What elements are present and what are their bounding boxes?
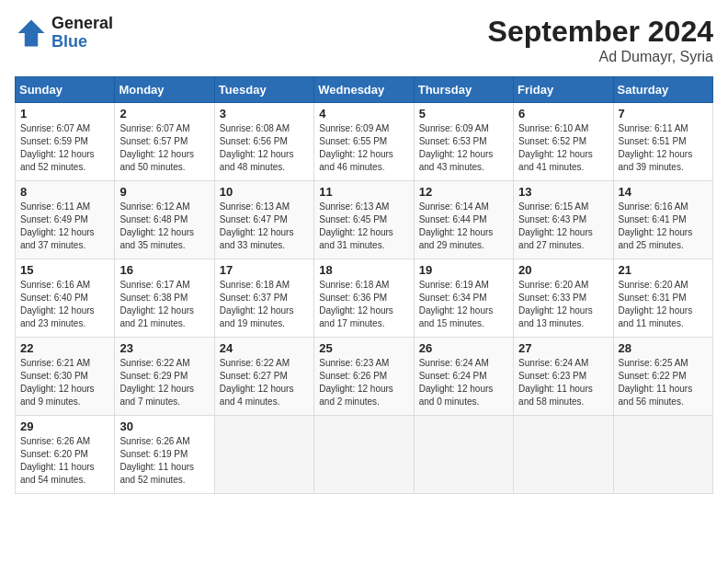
day-number: 29 xyxy=(20,419,109,433)
calendar-header-wednesday: Wednesday xyxy=(314,77,414,103)
calendar-day-cell: 20 Sunrise: 6:20 AM Sunset: 6:33 PM Dayl… xyxy=(514,259,613,338)
day-info: Sunrise: 6:26 AM Sunset: 6:20 PM Dayligh… xyxy=(20,435,109,487)
day-info: Sunrise: 6:19 AM Sunset: 6:34 PM Dayligh… xyxy=(419,279,508,330)
day-number: 30 xyxy=(119,419,209,433)
day-info: Sunrise: 6:10 AM Sunset: 6:52 PM Dayligh… xyxy=(518,122,608,174)
day-info: Sunrise: 6:18 AM Sunset: 6:37 PM Dayligh… xyxy=(220,279,309,330)
calendar-day-cell: 21 Sunrise: 6:20 AM Sunset: 6:31 PM Dayl… xyxy=(613,259,712,338)
calendar-day-cell: 30 Sunrise: 6:26 AM Sunset: 6:19 PM Dayl… xyxy=(115,416,214,494)
logo-icon xyxy=(15,17,48,50)
day-info: Sunrise: 6:08 AM Sunset: 6:56 PM Dayligh… xyxy=(220,122,309,174)
day-number: 4 xyxy=(319,107,408,121)
calendar-header-thursday: Thursday xyxy=(414,77,513,103)
month-title: September 2024 xyxy=(488,15,713,49)
calendar-week-2: 8 Sunrise: 6:11 AM Sunset: 6:49 PM Dayli… xyxy=(16,181,713,259)
day-info: Sunrise: 6:14 AM Sunset: 6:44 PM Dayligh… xyxy=(419,201,508,252)
calendar-header-sunday: Sunday xyxy=(16,77,115,103)
logo: General Blue xyxy=(15,15,113,52)
calendar-day-cell: 12 Sunrise: 6:14 AM Sunset: 6:44 PM Dayl… xyxy=(414,181,513,259)
day-number: 27 xyxy=(518,341,608,355)
day-number: 12 xyxy=(419,185,508,199)
day-number: 10 xyxy=(220,185,309,199)
day-number: 21 xyxy=(619,263,708,277)
day-info: Sunrise: 6:24 AM Sunset: 6:24 PM Dayligh… xyxy=(419,357,508,408)
calendar-day-cell: 26 Sunrise: 6:24 AM Sunset: 6:24 PM Dayl… xyxy=(414,338,513,416)
day-number: 3 xyxy=(220,107,309,121)
calendar-day-cell: 7 Sunrise: 6:11 AM Sunset: 6:51 PM Dayli… xyxy=(613,103,712,181)
calendar-week-5: 29 Sunrise: 6:26 AM Sunset: 6:20 PM Dayl… xyxy=(16,416,713,494)
calendar-day-cell: 14 Sunrise: 6:16 AM Sunset: 6:41 PM Dayl… xyxy=(613,181,712,259)
day-number: 20 xyxy=(518,263,608,277)
logo-general: General xyxy=(51,15,113,33)
calendar-day-cell: 8 Sunrise: 6:11 AM Sunset: 6:49 PM Dayli… xyxy=(16,181,115,259)
day-info: Sunrise: 6:07 AM Sunset: 6:59 PM Dayligh… xyxy=(20,122,109,174)
calendar-header-friday: Friday xyxy=(514,77,613,103)
day-info: Sunrise: 6:11 AM Sunset: 6:49 PM Dayligh… xyxy=(20,201,109,252)
calendar-header-monday: Monday xyxy=(115,77,214,103)
calendar-day-cell: 28 Sunrise: 6:25 AM Sunset: 6:22 PM Dayl… xyxy=(613,338,712,416)
day-number: 2 xyxy=(119,107,209,121)
calendar-day-cell xyxy=(514,416,613,494)
calendar-day-cell: 18 Sunrise: 6:18 AM Sunset: 6:36 PM Dayl… xyxy=(314,259,414,338)
calendar-day-cell: 24 Sunrise: 6:22 AM Sunset: 6:27 PM Dayl… xyxy=(214,338,313,416)
calendar-day-cell xyxy=(314,416,414,494)
day-number: 11 xyxy=(319,185,408,199)
day-number: 17 xyxy=(220,263,309,277)
day-number: 24 xyxy=(220,341,309,355)
day-number: 16 xyxy=(119,263,209,277)
page-header: General Blue September 2024 Ad Dumayr, S… xyxy=(15,15,713,65)
calendar-day-cell: 23 Sunrise: 6:22 AM Sunset: 6:29 PM Dayl… xyxy=(115,338,214,416)
calendar-day-cell: 27 Sunrise: 6:24 AM Sunset: 6:23 PM Dayl… xyxy=(514,338,613,416)
day-info: Sunrise: 6:15 AM Sunset: 6:43 PM Dayligh… xyxy=(518,201,608,252)
day-number: 8 xyxy=(20,185,109,199)
calendar-day-cell: 5 Sunrise: 6:09 AM Sunset: 6:53 PM Dayli… xyxy=(414,103,513,181)
day-number: 22 xyxy=(20,341,109,355)
day-number: 13 xyxy=(518,185,608,199)
calendar-day-cell xyxy=(613,416,712,494)
calendar-day-cell: 1 Sunrise: 6:07 AM Sunset: 6:59 PM Dayli… xyxy=(16,103,115,181)
day-number: 23 xyxy=(119,341,209,355)
calendar-day-cell: 2 Sunrise: 6:07 AM Sunset: 6:57 PM Dayli… xyxy=(115,103,214,181)
calendar-day-cell xyxy=(414,416,513,494)
day-info: Sunrise: 6:18 AM Sunset: 6:36 PM Dayligh… xyxy=(319,279,408,330)
calendar-header-row: SundayMondayTuesdayWednesdayThursdayFrid… xyxy=(16,77,713,103)
day-info: Sunrise: 6:11 AM Sunset: 6:51 PM Dayligh… xyxy=(619,122,708,174)
day-number: 26 xyxy=(419,341,508,355)
day-info: Sunrise: 6:20 AM Sunset: 6:33 PM Dayligh… xyxy=(518,279,608,330)
calendar-day-cell: 6 Sunrise: 6:10 AM Sunset: 6:52 PM Dayli… xyxy=(514,103,613,181)
day-info: Sunrise: 6:13 AM Sunset: 6:45 PM Dayligh… xyxy=(319,201,408,252)
day-number: 1 xyxy=(20,107,109,121)
day-number: 5 xyxy=(419,107,508,121)
calendar-week-3: 15 Sunrise: 6:16 AM Sunset: 6:40 PM Dayl… xyxy=(16,259,713,338)
calendar-day-cell: 11 Sunrise: 6:13 AM Sunset: 6:45 PM Dayl… xyxy=(314,181,414,259)
location-title: Ad Dumayr, Syria xyxy=(488,49,713,65)
day-number: 19 xyxy=(419,263,508,277)
day-number: 28 xyxy=(619,341,708,355)
calendar-day-cell: 13 Sunrise: 6:15 AM Sunset: 6:43 PM Dayl… xyxy=(514,181,613,259)
calendar-day-cell xyxy=(214,416,313,494)
day-number: 25 xyxy=(319,341,408,355)
day-info: Sunrise: 6:09 AM Sunset: 6:55 PM Dayligh… xyxy=(319,122,408,174)
calendar-day-cell: 29 Sunrise: 6:26 AM Sunset: 6:20 PM Dayl… xyxy=(16,416,115,494)
day-info: Sunrise: 6:12 AM Sunset: 6:48 PM Dayligh… xyxy=(119,201,209,252)
calendar-body: 1 Sunrise: 6:07 AM Sunset: 6:59 PM Dayli… xyxy=(16,103,713,494)
calendar-day-cell: 19 Sunrise: 6:19 AM Sunset: 6:34 PM Dayl… xyxy=(414,259,513,338)
calendar-day-cell: 16 Sunrise: 6:17 AM Sunset: 6:38 PM Dayl… xyxy=(115,259,214,338)
day-info: Sunrise: 6:25 AM Sunset: 6:22 PM Dayligh… xyxy=(619,357,708,408)
calendar-day-cell: 4 Sunrise: 6:09 AM Sunset: 6:55 PM Dayli… xyxy=(314,103,414,181)
day-info: Sunrise: 6:07 AM Sunset: 6:57 PM Dayligh… xyxy=(119,122,209,174)
day-info: Sunrise: 6:09 AM Sunset: 6:53 PM Dayligh… xyxy=(419,122,508,174)
day-info: Sunrise: 6:16 AM Sunset: 6:40 PM Dayligh… xyxy=(20,279,109,330)
calendar-week-1: 1 Sunrise: 6:07 AM Sunset: 6:59 PM Dayli… xyxy=(16,103,713,181)
calendar-day-cell: 17 Sunrise: 6:18 AM Sunset: 6:37 PM Dayl… xyxy=(214,259,313,338)
calendar-day-cell: 10 Sunrise: 6:13 AM Sunset: 6:47 PM Dayl… xyxy=(214,181,313,259)
day-info: Sunrise: 6:26 AM Sunset: 6:19 PM Dayligh… xyxy=(119,435,209,487)
day-number: 18 xyxy=(319,263,408,277)
logo-blue: Blue xyxy=(51,33,113,52)
calendar-day-cell: 25 Sunrise: 6:23 AM Sunset: 6:26 PM Dayl… xyxy=(314,338,414,416)
day-number: 9 xyxy=(119,185,209,199)
day-number: 14 xyxy=(619,185,708,199)
day-number: 15 xyxy=(20,263,109,277)
calendar-header-tuesday: Tuesday xyxy=(214,77,313,103)
svg-marker-0 xyxy=(18,19,45,46)
